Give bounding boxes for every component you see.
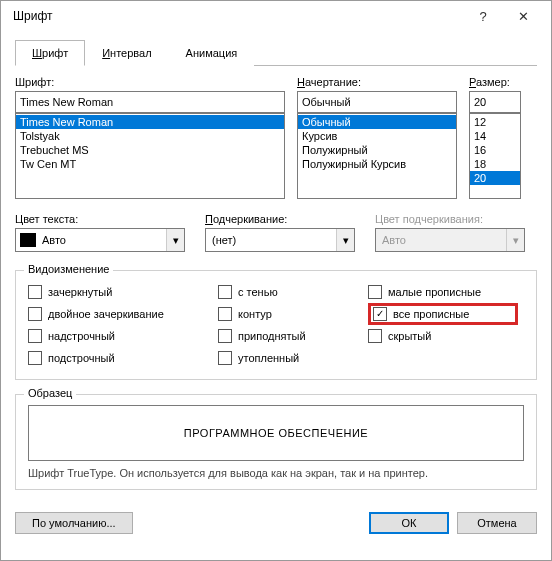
font-dialog: Шрифт ? ✕ Шрифт Интервал Анимация Шрифт:… (0, 0, 552, 561)
emboss-label: приподнятый (238, 330, 306, 342)
checkbox-allcaps[interactable]: ✓ (373, 307, 387, 321)
outline-label: контур (238, 308, 272, 320)
cancel-button[interactable]: Отмена (457, 512, 537, 534)
underline-dropdown[interactable]: (нет) ▾ (205, 228, 355, 252)
font-input[interactable] (15, 91, 285, 113)
titlebar: Шрифт ? ✕ (1, 1, 551, 31)
subscript-label: подстрочный (48, 352, 115, 364)
checkbox-engrave[interactable] (218, 351, 232, 365)
list-item[interactable]: Курсив (298, 129, 456, 143)
list-item[interactable]: Times New Roman (16, 115, 284, 129)
style-input[interactable] (297, 91, 457, 113)
underline-label: Подчеркивание: (205, 213, 355, 225)
sample-box: ПРОГРАММНОЕ ОБЕСПЕЧЕНИЕ (28, 405, 524, 461)
tab-animation[interactable]: Анимация (169, 40, 255, 66)
allcaps-label: все прописные (393, 308, 469, 320)
size-label: Размер: (469, 76, 531, 88)
effects-legend: Видоизменение (24, 263, 113, 275)
underlinecolor-value: Авто (376, 234, 506, 246)
list-item[interactable]: 18 (470, 157, 520, 171)
strike-label: зачеркнутый (48, 286, 112, 298)
chevron-down-icon: ▾ (166, 229, 184, 251)
checkbox-outline[interactable] (218, 307, 232, 321)
window-title: Шрифт (13, 9, 463, 23)
ok-button[interactable]: ОК (369, 512, 449, 534)
button-bar: По умолчанию... ОК Отмена (1, 502, 551, 544)
color-swatch-icon (20, 233, 36, 247)
allcaps-highlight: ✓все прописные (368, 303, 518, 325)
textcolor-value: Авто (36, 234, 166, 246)
engrave-label: утопленный (238, 352, 299, 364)
tab-interval[interactable]: Интервал (85, 40, 168, 66)
style-label: Начертание: (297, 76, 457, 88)
tabs: Шрифт Интервал Анимация (15, 39, 537, 66)
tab-font[interactable]: Шрифт (15, 40, 85, 66)
checkbox-hidden[interactable] (368, 329, 382, 343)
checkbox-shadow[interactable] (218, 285, 232, 299)
underline-value: (нет) (206, 234, 336, 246)
size-input[interactable] (469, 91, 521, 113)
font-listbox[interactable]: Times New RomanTolstyakTrebuchet MSTw Ce… (15, 113, 285, 199)
checkbox-superscript[interactable] (28, 329, 42, 343)
style-listbox[interactable]: ОбычныйКурсивПолужирныйПолужирный Курсив (297, 113, 457, 199)
checkbox-dblstrike[interactable] (28, 307, 42, 321)
chevron-down-icon: ▾ (506, 229, 524, 251)
list-item[interactable]: Tolstyak (16, 129, 284, 143)
list-item[interactable]: Trebuchet MS (16, 143, 284, 157)
checkbox-smallcaps[interactable] (368, 285, 382, 299)
default-button[interactable]: По умолчанию... (15, 512, 133, 534)
textcolor-label: Цвет текста: (15, 213, 185, 225)
smallcaps-label: малые прописные (388, 286, 481, 298)
list-item[interactable]: 14 (470, 129, 520, 143)
checkbox-strike[interactable] (28, 285, 42, 299)
truetype-hint: Шрифт TrueType. Он используется для выво… (28, 467, 524, 479)
dblstrike-label: двойное зачеркивание (48, 308, 164, 320)
underlinecolor-dropdown: Авто ▾ (375, 228, 525, 252)
close-button[interactable]: ✕ (503, 1, 543, 31)
checkbox-subscript[interactable] (28, 351, 42, 365)
shadow-label: с тенью (238, 286, 278, 298)
list-item[interactable]: Полужирный (298, 143, 456, 157)
list-item[interactable]: Полужирный Курсив (298, 157, 456, 171)
help-button[interactable]: ? (463, 1, 503, 31)
textcolor-dropdown[interactable]: Авто ▾ (15, 228, 185, 252)
font-label: Шрифт: (15, 76, 285, 88)
sample-legend: Образец (24, 387, 76, 399)
checkbox-emboss[interactable] (218, 329, 232, 343)
superscript-label: надстрочный (48, 330, 115, 342)
list-item[interactable]: Tw Cen MT (16, 157, 284, 171)
list-item[interactable]: 12 (470, 115, 520, 129)
list-item[interactable]: 16 (470, 143, 520, 157)
list-item[interactable]: 20 (470, 171, 520, 185)
hidden-label: скрытый (388, 330, 431, 342)
size-listbox[interactable]: 1214161820 (469, 113, 521, 199)
underlinecolor-label: Цвет подчеркивания: (375, 213, 525, 225)
chevron-down-icon: ▾ (336, 229, 354, 251)
list-item[interactable]: Обычный (298, 115, 456, 129)
